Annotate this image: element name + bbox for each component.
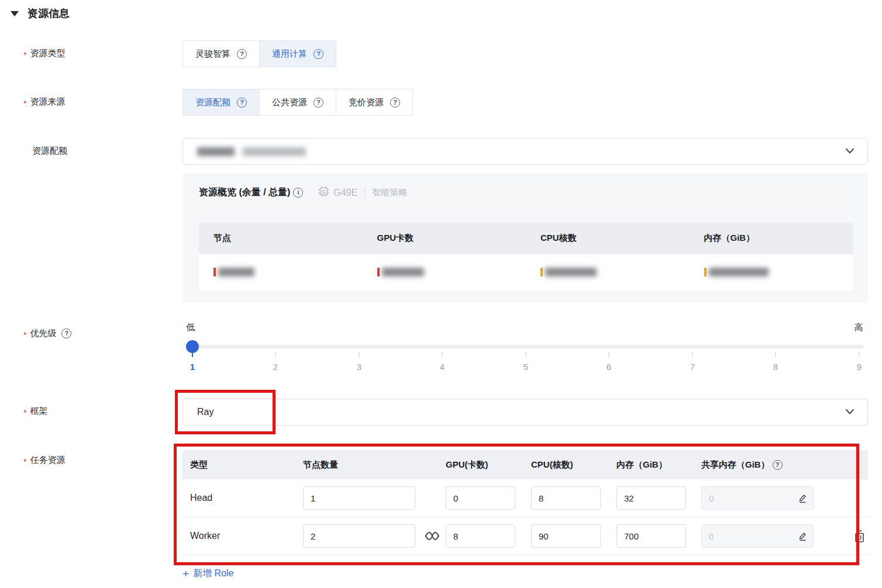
tab-general-compute[interactable]: 通用计算 ?: [259, 40, 336, 67]
overview-table: 节点 GPU卡数 CPU核数 内存（GiB）: [199, 223, 853, 290]
slider-min-label: 低: [186, 322, 195, 333]
help-icon[interactable]: ?: [390, 98, 400, 108]
help-icon[interactable]: ?: [61, 328, 71, 338]
slider-tick-1[interactable]: 1: [190, 362, 195, 372]
tab-public-resource[interactable]: 公共资源 ?: [259, 89, 336, 116]
gpu-chip-label: G49E: [333, 188, 357, 198]
slider-handle[interactable]: [186, 340, 199, 353]
required-mark: *: [23, 50, 26, 60]
slider-tick-6[interactable]: 6: [607, 362, 611, 372]
svg-text:G: G: [322, 189, 326, 195]
framework-value: Ray: [197, 407, 213, 417]
overview-cell-node-redacted: [199, 268, 363, 276]
resource-quota-label: 资源配额: [32, 146, 67, 157]
slider-tick-2[interactable]: 2: [273, 362, 278, 372]
slider-tick-4[interactable]: 4: [440, 362, 445, 372]
priority-slider: 低 高 1 2 3 4 5 6 7 8 9: [182, 322, 868, 378]
slider-tick-8[interactable]: 8: [773, 362, 778, 372]
slider-max-label: 高: [855, 322, 863, 333]
add-role-button[interactable]: + 新增 Role: [182, 568, 233, 580]
plus-icon: +: [182, 568, 189, 579]
resource-source-tabs: 资源配额 ? 公共资源 ? 竞价资源 ?: [182, 89, 413, 116]
slider-tick-3[interactable]: 3: [357, 362, 361, 372]
slider-tick-9[interactable]: 9: [857, 362, 862, 372]
resource-quota-value-redacted: [197, 146, 306, 157]
help-icon[interactable]: ?: [313, 49, 323, 59]
smart-policy-label: 智能策略: [372, 187, 407, 198]
resource-type-label: * 资源类型: [23, 48, 65, 59]
help-icon[interactable]: ?: [313, 98, 323, 108]
help-icon[interactable]: ?: [237, 98, 247, 108]
role-type: Worker: [182, 531, 303, 541]
chevron-down-icon: [845, 409, 855, 415]
slider-track[interactable]: [186, 345, 863, 348]
collapse-triangle-icon[interactable]: [11, 11, 19, 16]
head-gpu-input[interactable]: [446, 486, 515, 510]
section-header[interactable]: 资源信息: [11, 6, 70, 20]
slider-tick-5[interactable]: 5: [523, 362, 528, 372]
overview-title: 资源概览 (余量 / 总量): [199, 186, 290, 199]
framework-label: * 框架: [23, 406, 47, 417]
overview-cell-memory-redacted: [690, 268, 853, 276]
resource-quota-select[interactable]: [182, 138, 868, 165]
framework-select[interactable]: Ray: [182, 399, 868, 426]
section-title: 资源信息: [27, 6, 70, 20]
overview-table-row: [199, 253, 853, 290]
elastic-scaling-icon[interactable]: [425, 530, 440, 542]
worker-gpu-input[interactable]: [446, 524, 515, 548]
worker-cpu-input[interactable]: [531, 524, 601, 548]
tab-lingjun-ai-compute[interactable]: 灵骏智算 ?: [182, 40, 260, 67]
head-cpu-input[interactable]: [531, 486, 601, 510]
resource-source-label: * 资源来源: [23, 96, 65, 108]
task-row-head: Head: [182, 479, 868, 517]
worker-node-count-input[interactable]: [303, 524, 415, 548]
task-resources-table: 类型 节点数量 GPU(卡数) CPU(核数) 内存（GiB） 共享内存（GiB…: [182, 450, 868, 555]
head-memory-input[interactable]: [616, 486, 686, 510]
info-icon[interactable]: i: [293, 188, 303, 198]
role-type: Head: [182, 493, 303, 503]
divider: [364, 188, 365, 198]
overview-cell-gpu-redacted: [363, 268, 526, 276]
help-icon[interactable]: ?: [773, 460, 783, 470]
worker-memory-input[interactable]: [616, 524, 686, 548]
slider-tick-7[interactable]: 7: [690, 362, 695, 372]
task-resources-label: * 任务资源: [23, 455, 65, 466]
tab-spot-resource[interactable]: 竞价资源 ?: [336, 89, 413, 116]
gpu-chip-icon: G: [318, 186, 329, 199]
edit-pencil-icon[interactable]: [797, 530, 808, 542]
task-table-header: 类型 节点数量 GPU(卡数) CPU(核数) 内存（GiB） 共享内存（GiB…: [182, 450, 868, 479]
chevron-down-icon: [845, 148, 855, 154]
delete-row-icon[interactable]: [853, 530, 866, 543]
resource-type-tabs: 灵骏智算 ? 通用计算 ?: [182, 40, 336, 67]
overview-cell-cpu-redacted: [526, 268, 690, 276]
head-node-count-input[interactable]: [303, 486, 415, 510]
help-icon[interactable]: ?: [237, 49, 247, 59]
resource-config-page: 资源信息 * 资源类型 灵骏智算 ? 通用计算 ? * 资源来源 资源配额 ? …: [0, 0, 882, 588]
task-row-worker: Worker: [182, 517, 868, 555]
priority-label: * 优先级 ?: [23, 328, 71, 339]
tab-resource-quota[interactable]: 资源配额 ?: [182, 89, 260, 116]
edit-pencil-icon[interactable]: [797, 492, 808, 504]
overview-table-header: 节点 GPU卡数 CPU核数 内存（GiB）: [199, 223, 853, 253]
resource-overview-panel: 资源概览 (余量 / 总量) i G G49E 智能策略: [182, 173, 868, 303]
